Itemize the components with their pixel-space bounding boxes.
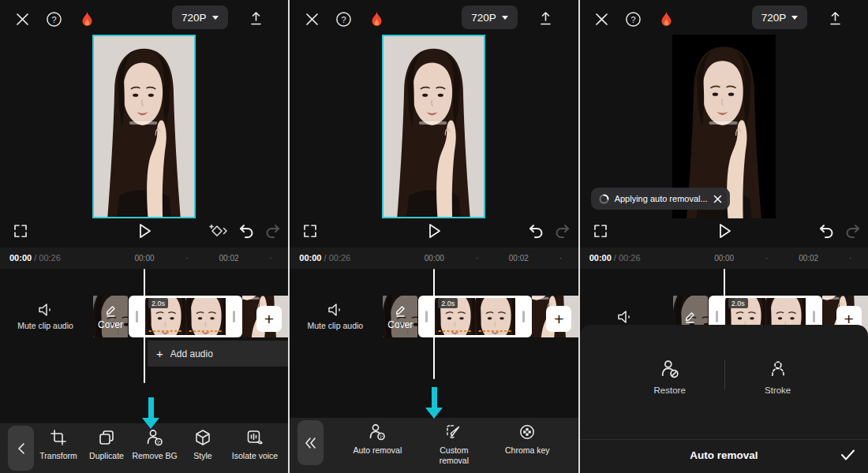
tick-dot: ·: [849, 254, 851, 263]
redo-icon[interactable]: [844, 222, 863, 240]
add-keyframe-icon[interactable]: [208, 222, 227, 240]
stroke-icon: [769, 359, 788, 378]
selected-clip[interactable]: [418, 296, 532, 337]
cover-thumbnail[interactable]: Cover: [383, 296, 417, 337]
screen-remove-bg-menu: ? 720P 00:00 / 00:26 00:00 · 00:02: [290, 0, 578, 473]
redo-icon[interactable]: [554, 222, 573, 240]
tick-dot: ·: [765, 254, 768, 263]
mute-clip-audio-button[interactable]: Mute clip audio: [290, 295, 380, 338]
add-clip-button[interactable]: +: [256, 306, 282, 332]
video-preview[interactable]: [92, 35, 196, 218]
current-time-value: 00:00: [589, 253, 612, 263]
option-restore[interactable]: Restore: [637, 359, 703, 395]
add-audio-button[interactable]: + Add audio: [148, 341, 288, 367]
tool-remove-bg[interactable]: Remove BG: [130, 429, 179, 461]
remove-bg-icon: [146, 429, 163, 446]
resolution-button[interactable]: 720P: [172, 6, 228, 29]
export-icon[interactable]: [537, 10, 554, 28]
resolution-button[interactable]: 720P: [752, 6, 808, 29]
clip-duration-badge: 2.0s: [728, 298, 748, 308]
clip-trim-handle-left[interactable]: [129, 296, 145, 337]
export-icon[interactable]: [247, 10, 264, 28]
option-stroke[interactable]: Stroke: [745, 359, 811, 395]
caret-down-icon: [502, 16, 508, 20]
add-clip-button[interactable]: +: [546, 306, 571, 332]
fullscreen-icon[interactable]: [11, 222, 30, 240]
tool-chroma-key[interactable]: Chroma key: [496, 423, 559, 456]
tick-00-00: 00:00: [425, 254, 444, 263]
help-icon[interactable]: ?: [335, 10, 352, 28]
cover-label: Cover: [98, 319, 123, 330]
play-icon[interactable]: [715, 222, 734, 240]
option-label: Restore: [654, 385, 686, 395]
speaker-icon: [327, 303, 344, 317]
speaker-icon: [37, 303, 54, 317]
tool-auto-removal[interactable]: Auto removal: [346, 423, 409, 456]
timeline-ruler[interactable]: 00:00 / 00:26 00:00 · 00:02 ·: [580, 248, 868, 269]
option-label: Stroke: [765, 385, 791, 395]
mute-clip-audio-button[interactable]: Mute clip audio: [0, 295, 91, 338]
tick-dot: ·: [269, 254, 271, 263]
options-divider: [724, 360, 725, 389]
tool-duplicate[interactable]: Duplicate: [82, 429, 131, 461]
toast-close-icon[interactable]: [713, 195, 722, 203]
tool-style[interactable]: Style: [178, 429, 227, 461]
timeline-ruler[interactable]: 00:00 / 00:26 00:00 · 00:02 ·: [290, 248, 578, 269]
cover-thumbnail[interactable]: Cover: [93, 296, 128, 337]
play-icon[interactable]: [425, 222, 443, 240]
current-time: 00:00 / 00:26: [589, 253, 641, 263]
play-icon[interactable]: [135, 222, 154, 240]
clip-trim-handle-right[interactable]: [515, 296, 532, 337]
caret-down-icon: [791, 16, 798, 20]
clip-trim-handle-left[interactable]: [418, 296, 435, 337]
confirm-check-icon[interactable]: [840, 449, 855, 464]
close-icon[interactable]: [303, 10, 320, 28]
caret-down-icon: [212, 16, 219, 20]
export-icon[interactable]: [827, 10, 844, 28]
tutorial-arrow: [425, 387, 443, 419]
fullscreen-icon[interactable]: [301, 222, 320, 240]
close-icon[interactable]: [593, 10, 611, 28]
undo-icon[interactable]: [816, 222, 835, 240]
clip-trim-handle-right[interactable]: [226, 296, 242, 337]
top-bar: ? 720P: [290, 0, 578, 35]
add-audio-label: Add audio: [170, 348, 213, 359]
flame-icon[interactable]: [658, 10, 675, 28]
clip-toolbar: Transform Duplicate Remove BG Style Isol…: [0, 423, 288, 473]
top-bar: ? 720P: [0, 0, 288, 35]
tool-label: Duplicate: [89, 451, 124, 461]
total-duration: / 00:26: [34, 253, 61, 263]
selected-clip[interactable]: [129, 296, 242, 337]
tool-isolate-voice[interactable]: Isolate voice: [226, 429, 283, 461]
tick-00-00: 00:00: [134, 254, 154, 263]
capcut-editor-screenshots: ? 720P 00:00 / 00:26 00:00 ·: [0, 0, 868, 473]
fullscreen-icon[interactable]: [591, 222, 610, 240]
tick-00-02: 00:02: [219, 254, 238, 263]
toolbar-collapse-button[interactable]: [297, 420, 324, 465]
toast-text: Applying auto removal...: [615, 194, 708, 203]
help-icon[interactable]: ?: [45, 10, 62, 28]
tick-dot: ·: [185, 254, 188, 263]
tick-00-02: 00:02: [799, 254, 818, 263]
help-icon[interactable]: ?: [625, 10, 642, 28]
total-duration: / 00:26: [614, 253, 641, 263]
undo-icon[interactable]: [526, 222, 544, 240]
toolbar-back-button[interactable]: [8, 426, 34, 471]
close-icon[interactable]: [13, 10, 31, 28]
auto-removal-sheet: Restore Stroke Auto removal: [580, 325, 868, 473]
tool-transform[interactable]: Transform: [34, 429, 83, 461]
timeline-ruler[interactable]: 00:00 / 00:26 00:00 · 00:02 ·: [0, 248, 288, 269]
redo-icon[interactable]: [264, 222, 283, 240]
resolution-button[interactable]: 720P: [462, 6, 518, 29]
restore-icon: [660, 359, 679, 378]
undo-icon[interactable]: [236, 222, 255, 240]
current-time: 00:00 / 00:26: [9, 253, 61, 263]
flame-icon[interactable]: [368, 10, 385, 28]
speaker-icon: [616, 310, 634, 324]
flame-icon[interactable]: [78, 10, 95, 28]
tool-custom-removal[interactable]: Custom removal: [428, 423, 479, 466]
svg-text:?: ?: [631, 14, 636, 24]
video-preview[interactable]: [382, 35, 485, 218]
pencil-icon: [104, 304, 118, 317]
tick-00-02: 00:02: [509, 254, 529, 263]
